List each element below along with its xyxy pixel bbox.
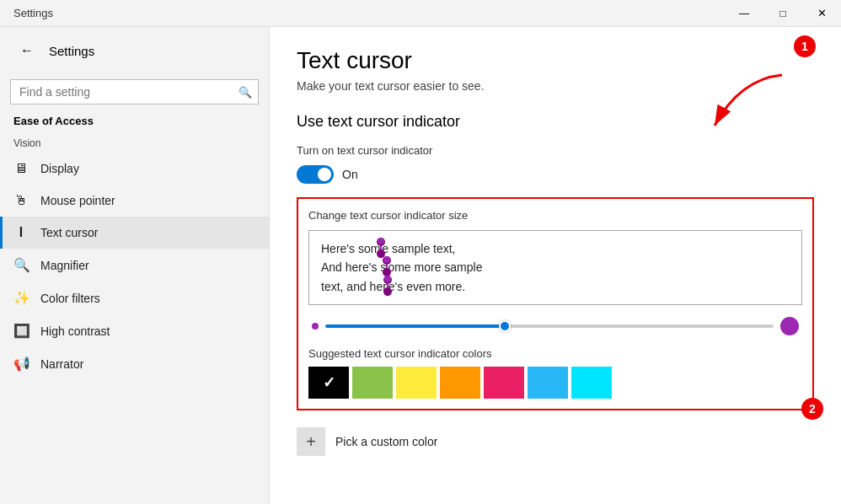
search-icon: 🔍 xyxy=(238,86,252,99)
sample-text-line2: And here's s ome more sample xyxy=(321,258,790,276)
magnifier-icon: 🔍 xyxy=(13,257,29,273)
sample-text-box: Here's som e sample text, And here's s o… xyxy=(308,230,802,305)
sidebar: ← Settings 🔍 Ease of Access Vision 🖥 Dis… xyxy=(0,27,270,504)
color-filters-icon: ✨ xyxy=(13,290,29,306)
display-icon: 🖥 xyxy=(13,161,29,176)
page-title: Text cursor xyxy=(297,47,814,74)
narrator-icon: 📢 xyxy=(13,356,29,372)
sample-text-line1: Here's som e sample text, xyxy=(321,239,790,258)
sidebar-item-text-cursor[interactable]: I Text cursor xyxy=(0,217,269,249)
cursor-1 xyxy=(380,242,382,254)
close-button[interactable]: ✕ xyxy=(802,0,841,27)
color-swatch-black[interactable]: ✓ xyxy=(308,367,349,399)
sidebar-item-mouse-pointer[interactable]: 🖱 Mouse pointer xyxy=(0,185,269,217)
section-title: Use text cursor indicator xyxy=(297,113,814,131)
color-swatch-green[interactable] xyxy=(352,367,393,399)
sidebar-header: ← Settings xyxy=(0,27,269,74)
back-button[interactable]: ← xyxy=(13,37,40,64)
pick-custom-color-row[interactable]: + Pick a custom color xyxy=(297,424,814,459)
search-input[interactable] xyxy=(10,79,259,105)
search-box: 🔍 xyxy=(10,79,259,105)
cursor-2 xyxy=(386,260,388,272)
indicator-box: Change text cursor indicator size Here's… xyxy=(297,197,814,410)
minimize-button[interactable]: — xyxy=(725,0,763,27)
colors-row: ✓ xyxy=(308,367,802,399)
sidebar-item-text-cursor-label: Text cursor xyxy=(40,226,98,239)
badge-1: 1 xyxy=(794,35,816,57)
toggle-on-label: On xyxy=(342,168,358,181)
vision-section-label: Vision xyxy=(0,131,269,153)
size-slider-thumb[interactable] xyxy=(499,320,511,332)
titlebar-title: Settings xyxy=(0,7,53,19)
sidebar-item-high-contrast[interactable]: 🔲 High contrast xyxy=(0,314,269,347)
slider-min-icon xyxy=(312,323,319,330)
sidebar-title: Settings xyxy=(49,44,94,58)
size-slider-row xyxy=(308,317,802,335)
cursor-3 xyxy=(387,280,388,292)
page-subtitle: Make your text cursor easier to see. xyxy=(297,79,814,93)
sidebar-item-display[interactable]: 🖥 Display xyxy=(0,153,269,185)
mouse-pointer-icon: 🖱 xyxy=(13,193,29,208)
toggle-row: Turn on text cursor indicator xyxy=(297,144,814,157)
high-contrast-icon: 🔲 xyxy=(13,323,29,339)
add-custom-color-button[interactable]: + xyxy=(297,427,325,456)
slider-max-icon xyxy=(780,317,799,335)
sidebar-item-color-filters[interactable]: ✨ Color filters xyxy=(0,281,269,314)
size-slider-track[interactable] xyxy=(325,324,774,328)
sidebar-item-high-contrast-label: High contrast xyxy=(40,324,110,338)
cursor-indicator-toggle[interactable] xyxy=(297,165,334,184)
badge-2: 2 xyxy=(801,398,823,420)
pick-custom-color-label: Pick a custom color xyxy=(335,435,437,448)
sidebar-item-narrator[interactable]: 📢 Narrator xyxy=(0,347,269,380)
color-swatch-yellow[interactable] xyxy=(396,367,437,399)
color-checkmark: ✓ xyxy=(323,373,335,392)
indicator-box-title: Change text cursor indicator size xyxy=(308,209,802,222)
sidebar-item-color-filters-label: Color filters xyxy=(40,292,100,305)
color-swatch-pink[interactable] xyxy=(484,367,524,399)
color-swatch-orange[interactable] xyxy=(440,367,480,399)
text-cursor-icon: I xyxy=(13,225,29,240)
sample-text-line3: text, and her e's even more. xyxy=(321,277,790,296)
color-swatch-cyan[interactable] xyxy=(571,367,612,399)
sidebar-item-mouse-pointer-label: Mouse pointer xyxy=(40,194,115,207)
sidebar-item-narrator-label: Narrator xyxy=(40,357,83,371)
color-swatch-blue[interactable] xyxy=(528,367,568,399)
toggle-description: Turn on text cursor indicator xyxy=(297,144,432,157)
sidebar-item-display-label: Display xyxy=(40,162,79,175)
colors-label: Suggested text cursor indicator colors xyxy=(308,347,802,360)
sidebar-item-magnifier-label: Magnifier xyxy=(40,259,89,272)
ease-of-access-label: Ease of Access xyxy=(0,115,269,127)
maximize-button[interactable]: □ xyxy=(763,0,802,27)
sidebar-item-magnifier[interactable]: 🔍 Magnifier xyxy=(0,249,269,281)
main-content: 1 Text cursor Make your text cursor easi… xyxy=(270,27,841,504)
